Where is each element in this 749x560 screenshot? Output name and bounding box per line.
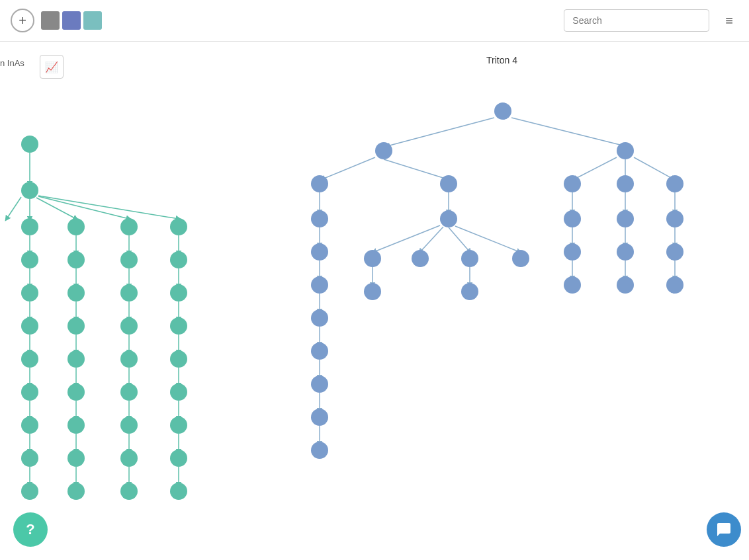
swatch-teal[interactable] xyxy=(83,11,102,30)
svg-point-45 xyxy=(120,251,138,268)
svg-point-53 xyxy=(120,383,138,401)
svg-point-11 xyxy=(170,218,187,235)
svg-point-84 xyxy=(311,175,328,192)
svg-point-59 xyxy=(120,483,138,500)
svg-point-116 xyxy=(461,250,478,267)
svg-point-81 xyxy=(617,142,634,159)
svg-point-119 xyxy=(364,283,381,300)
svg-point-127 xyxy=(564,276,581,294)
help-button[interactable]: ? xyxy=(13,512,48,547)
swatch-gray[interactable] xyxy=(41,11,60,30)
search-input[interactable] xyxy=(564,9,709,32)
chart-button[interactable]: 📈 xyxy=(40,55,64,79)
svg-point-91 xyxy=(666,175,683,192)
svg-point-63 xyxy=(170,284,187,301)
svg-point-15 xyxy=(21,284,38,301)
svg-point-131 xyxy=(617,243,634,260)
svg-line-82 xyxy=(322,157,375,179)
svg-point-75 xyxy=(170,483,187,500)
svg-point-89 xyxy=(564,175,581,192)
svg-point-117 xyxy=(512,250,529,267)
search-container xyxy=(564,9,709,32)
svg-point-8 xyxy=(21,218,38,235)
left-panel-label: n InAs xyxy=(0,58,24,68)
svg-point-13 xyxy=(21,251,38,268)
svg-point-114 xyxy=(364,250,381,267)
svg-point-99 xyxy=(311,309,328,327)
add-button[interactable]: + xyxy=(11,9,34,32)
svg-point-80 xyxy=(375,142,392,159)
svg-point-67 xyxy=(170,350,187,368)
svg-line-88 xyxy=(634,157,674,179)
svg-line-113 xyxy=(455,226,519,252)
svg-point-125 xyxy=(564,243,581,260)
svg-point-90 xyxy=(617,175,634,192)
svg-point-135 xyxy=(666,210,683,227)
svg-point-73 xyxy=(170,450,187,467)
svg-line-6 xyxy=(38,196,129,219)
svg-point-129 xyxy=(617,210,634,227)
svg-point-9 xyxy=(67,218,85,235)
svg-point-10 xyxy=(120,218,138,235)
chat-button[interactable] xyxy=(707,512,741,547)
svg-point-23 xyxy=(21,417,38,434)
svg-point-109 xyxy=(440,210,457,227)
svg-point-43 xyxy=(67,483,85,500)
svg-line-83 xyxy=(384,159,447,179)
svg-line-78 xyxy=(387,118,494,146)
svg-point-49 xyxy=(120,317,138,335)
svg-point-115 xyxy=(412,250,429,267)
svg-point-29 xyxy=(67,251,85,268)
svg-point-31 xyxy=(67,284,85,301)
svg-point-21 xyxy=(21,383,38,401)
swatch-blue[interactable] xyxy=(62,11,81,30)
svg-point-17 xyxy=(21,317,38,335)
menu-button[interactable]: ≡ xyxy=(720,11,738,31)
svg-point-25 xyxy=(21,450,38,467)
svg-point-123 xyxy=(564,210,581,227)
svg-point-27 xyxy=(21,483,38,500)
main-canvas: n InAs 📈 Triton 4 xyxy=(0,42,749,560)
svg-point-103 xyxy=(311,376,328,393)
chat-icon xyxy=(716,522,732,538)
svg-point-51 xyxy=(120,350,138,368)
svg-point-101 xyxy=(311,342,328,360)
svg-point-33 xyxy=(67,317,85,335)
svg-point-133 xyxy=(617,276,634,294)
svg-line-86 xyxy=(574,157,617,179)
svg-point-121 xyxy=(461,283,478,300)
svg-point-47 xyxy=(120,284,138,301)
svg-point-39 xyxy=(67,417,85,434)
svg-point-41 xyxy=(67,450,85,467)
svg-point-105 xyxy=(311,409,328,426)
svg-point-69 xyxy=(170,383,187,401)
svg-line-7 xyxy=(38,196,179,219)
color-swatches xyxy=(41,11,102,30)
svg-line-111 xyxy=(420,227,443,252)
svg-point-65 xyxy=(170,317,187,335)
svg-point-71 xyxy=(170,417,187,434)
svg-point-139 xyxy=(666,276,683,294)
app-header: + ≡ xyxy=(0,0,749,42)
svg-point-77 xyxy=(494,102,511,120)
svg-point-55 xyxy=(120,417,138,434)
svg-point-93 xyxy=(311,210,328,227)
svg-point-19 xyxy=(21,350,38,368)
svg-point-35 xyxy=(67,350,85,368)
svg-line-3 xyxy=(7,197,21,219)
svg-point-97 xyxy=(311,276,328,294)
svg-point-107 xyxy=(311,442,328,459)
svg-line-110 xyxy=(374,225,440,252)
svg-point-0 xyxy=(21,136,38,153)
svg-point-57 xyxy=(120,450,138,467)
svg-line-79 xyxy=(511,118,625,146)
triton-title: Triton 4 xyxy=(486,55,517,65)
svg-point-37 xyxy=(67,383,85,401)
svg-point-61 xyxy=(170,251,187,268)
tree-diagram xyxy=(0,42,749,560)
svg-point-2 xyxy=(21,182,38,199)
svg-point-85 xyxy=(440,175,457,192)
svg-point-95 xyxy=(311,243,328,260)
svg-point-137 xyxy=(666,243,683,260)
